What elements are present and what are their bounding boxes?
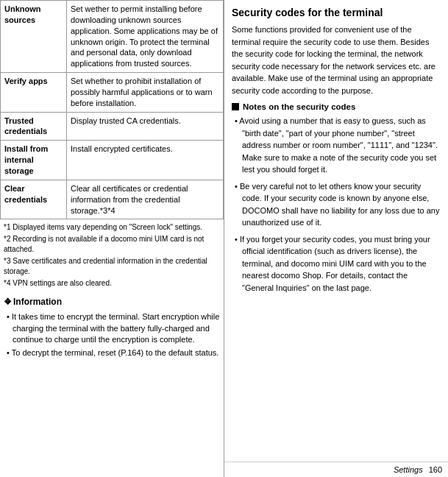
info-bullets: It takes time to encrypt the terminal. S… (4, 311, 220, 359)
table-value-cell: Display trusted CA credentials. (67, 112, 224, 141)
info-section: Information It takes time to encrypt the… (0, 293, 224, 364)
footnote-line: *1 Displayed items vary depending on "Sc… (4, 222, 220, 233)
notes-bullets: Avoid using a number that is easy to gue… (232, 115, 441, 298)
notes-title-text: Notes on the security codes (243, 102, 355, 111)
table-label-cell: Install from internal storage (1, 141, 67, 180)
table-value-cell: Clear all certificates or credential inf… (67, 180, 224, 219)
intro-text: Some functions provided for convenient u… (232, 24, 441, 96)
info-bullet-item: To decrypt the terminal, reset (P.164) t… (7, 347, 220, 358)
table-value-cell: Install encrypted certificates. (67, 141, 224, 180)
page-number: 160 (429, 465, 442, 474)
settings-table: Unknown sourcesSet wether to permit inst… (0, 0, 224, 219)
note-bullet-item: Avoid using a number that is easy to gue… (235, 115, 441, 176)
footnote-line: *3 Save certificates and credential info… (4, 256, 220, 277)
table-value-cell: Set whether to prohibit installation of … (67, 73, 224, 113)
footnote-line: *4 VPN settings are also cleared. (4, 278, 220, 289)
square-bullet-icon (232, 103, 239, 110)
right-wrapper: Security codes for the terminal Some fun… (224, 0, 448, 477)
page-footer: Settings 160 (224, 462, 448, 477)
table-label-cell: Verify apps (1, 73, 67, 113)
footnote-line: *2 Recording is not available if a docom… (4, 234, 220, 255)
info-title: Information (4, 296, 220, 308)
footer-label: Settings (394, 465, 423, 474)
section-heading: Security codes for the terminal (232, 6, 441, 19)
info-bullet-item: It takes time to encrypt the terminal. S… (7, 311, 220, 345)
table-label-cell: Clear credentials (1, 180, 67, 219)
table-value-cell: Set wether to permit installing before d… (67, 1, 224, 73)
left-column: Unknown sourcesSet wether to permit inst… (0, 0, 224, 477)
note-bullet-item: If you forget your security codes, you m… (235, 233, 441, 294)
note-bullet-item: Be very careful not to let others know y… (235, 180, 441, 229)
footnotes-section: *1 Displayed items vary depending on "Sc… (0, 219, 224, 293)
right-column: Security codes for the terminal Some fun… (224, 0, 448, 462)
notes-section-title: Notes on the security codes (232, 102, 441, 111)
table-label-cell: Unknown sources (1, 1, 67, 73)
table-label-cell: Trusted credentials (1, 112, 67, 141)
